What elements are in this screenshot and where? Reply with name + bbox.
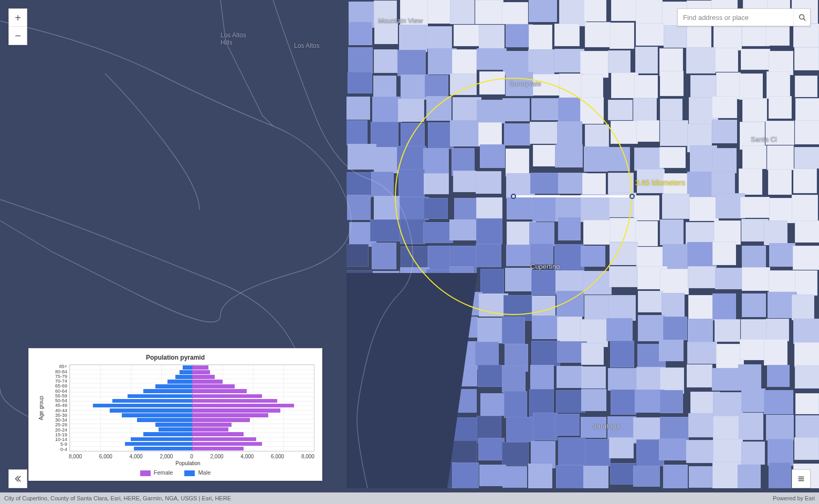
powered-by-link[interactable]: Powered by Esri bbox=[773, 495, 815, 501]
buffer-radius-line[interactable] bbox=[513, 195, 632, 197]
chart-x-axis-label: Population bbox=[61, 460, 314, 466]
legend-item-male: Male bbox=[184, 469, 211, 476]
label-los-altos-hills: Los Altos Hills bbox=[220, 32, 246, 46]
search-icon bbox=[799, 14, 806, 21]
search-input[interactable] bbox=[678, 9, 793, 26]
chart-plot-area bbox=[69, 364, 314, 452]
chevrons-left-icon bbox=[14, 475, 22, 482]
buffer-distance-label: 3.65 kilometers bbox=[635, 178, 685, 187]
search-button[interactable] bbox=[793, 9, 810, 26]
label-santa-clara: Santa Cl bbox=[751, 135, 777, 143]
svg-line-1 bbox=[803, 19, 805, 21]
buffer-center-handle[interactable] bbox=[511, 194, 516, 199]
buffer-edge-handle[interactable] bbox=[629, 194, 635, 199]
population-pyramid-panel: Population pyramid Age group 85+80-8475-… bbox=[28, 348, 322, 481]
zoom-out-button[interactable]: − bbox=[9, 27, 27, 45]
search-box bbox=[677, 8, 811, 26]
legend-item-female: Female bbox=[140, 469, 173, 476]
label-saratoga: Saratoga bbox=[592, 422, 620, 430]
label-mountain-view: Mountain View bbox=[378, 17, 423, 25]
chart-y-axis-label: Age group bbox=[36, 396, 44, 420]
zoom-control: + − bbox=[8, 8, 27, 45]
hamburger-icon bbox=[797, 475, 805, 482]
expand-panel-button[interactable] bbox=[8, 469, 27, 488]
zoom-in-button[interactable]: + bbox=[9, 9, 27, 27]
chart-legend: Female Male bbox=[36, 469, 314, 476]
attribution-bar: City of Cupertino, County of Santa Clara… bbox=[0, 492, 819, 504]
menu-button[interactable] bbox=[792, 469, 811, 488]
label-los-altos: Los Altos bbox=[294, 42, 320, 49]
map-viewport[interactable]: Mountain View Los Altos Hills Los Altos … bbox=[0, 0, 819, 504]
svg-point-0 bbox=[799, 15, 804, 19]
attribution-sources: City of Cupertino, County of Santa Clara… bbox=[4, 495, 231, 501]
chart-y-ticks: 85+80-8475-7970-7465-6960-6455-5950-5445… bbox=[44, 364, 69, 452]
chart-x-ticks: 8,0006,0004,0002,00002,0004,0006,0008,00… bbox=[69, 454, 314, 459]
chart-title: Population pyramid bbox=[36, 354, 314, 361]
